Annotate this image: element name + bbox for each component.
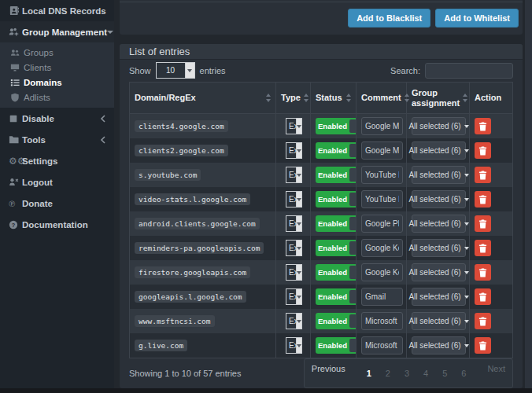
status-toggle[interactable]: Enabled xyxy=(316,215,357,232)
add-to-blacklist-button[interactable]: Add to Blacklist xyxy=(348,9,430,28)
table-row: clients2.google.com Exa Enabled All sele… xyxy=(130,138,512,163)
sidebar-item-groups[interactable]: Groups xyxy=(0,45,114,60)
type-select[interactable]: Exa xyxy=(286,288,302,305)
comment-input[interactable] xyxy=(361,336,403,354)
delete-button[interactable] xyxy=(475,313,491,329)
page-button-3[interactable]: 3 xyxy=(397,364,416,383)
select-arrow-icon xyxy=(296,289,301,304)
status-toggle[interactable]: Enabled xyxy=(316,313,357,329)
table-header-row: Domain/RegEx Type Status Comment Group a… xyxy=(130,83,512,114)
group-select[interactable]: All selected (6) xyxy=(412,312,466,330)
comment-input[interactable] xyxy=(361,166,403,184)
previous-page-button[interactable]: Previous xyxy=(305,359,353,387)
status-toggle[interactable]: Enabled xyxy=(316,337,357,354)
page-button-1[interactable]: 1 xyxy=(360,364,379,383)
sidebar-item-settings[interactable]: ⚙⚙ Settings xyxy=(0,150,114,171)
comment-input[interactable] xyxy=(361,141,403,160)
user-logout-icon xyxy=(9,177,22,187)
column-header-status[interactable]: Status xyxy=(311,83,357,113)
scrollbar[interactable] xyxy=(525,0,532,388)
sidebar-item-disable[interactable]: Disable xyxy=(0,108,114,129)
sidebar-item-logout[interactable]: Logout xyxy=(0,171,114,193)
sidebar-item-domains[interactable]: Domains xyxy=(0,75,114,90)
add-to-whitelist-button[interactable]: Add to Whitelist xyxy=(435,9,519,28)
comment-input[interactable] xyxy=(361,190,403,208)
delete-button[interactable] xyxy=(475,288,491,305)
page-button-6[interactable]: 6 xyxy=(454,364,473,383)
status-toggle[interactable]: Enabled xyxy=(316,288,357,305)
search-input[interactable] xyxy=(425,63,513,79)
sidebar-item-donate[interactable]: ℗ Donate xyxy=(0,193,114,214)
column-header-type[interactable]: Type xyxy=(276,83,311,113)
comment-input[interactable] xyxy=(361,239,403,257)
caret-down-icon xyxy=(464,222,469,226)
group-select[interactable]: All selected (6) xyxy=(412,336,466,354)
status-toggle[interactable]: Enabled xyxy=(316,167,357,183)
type-select[interactable]: Exa xyxy=(286,167,302,183)
group-label: All selected (6) xyxy=(408,219,460,228)
sort-icon xyxy=(345,94,352,102)
comment-input[interactable] xyxy=(361,215,403,233)
delete-button[interactable] xyxy=(475,167,491,183)
status-toggle[interactable]: Enabled xyxy=(316,191,357,208)
sidebar-item-group-management[interactable]: Group Management xyxy=(0,21,114,42)
sidebar-item-local-dns-records[interactable]: Local DNS Records xyxy=(0,0,114,21)
sidebar-item-label: Domains xyxy=(24,78,62,87)
sidebar-item-documentation[interactable]: ? Documentation xyxy=(0,214,114,235)
group-select[interactable]: All selected (6) xyxy=(412,141,466,160)
column-label: Domain/RegEx xyxy=(135,93,196,103)
delete-button[interactable] xyxy=(475,215,491,232)
group-select[interactable]: All selected (6) xyxy=(412,117,466,135)
select-arrow-icon xyxy=(296,143,301,158)
status-toggle[interactable]: Enabled xyxy=(316,240,357,256)
page-length-select[interactable]: 10 xyxy=(156,62,195,79)
type-select[interactable]: Exa xyxy=(286,118,302,134)
comment-input[interactable] xyxy=(361,288,403,306)
delete-button[interactable] xyxy=(475,337,491,354)
type-select[interactable]: Exa xyxy=(286,191,302,208)
delete-button[interactable] xyxy=(475,142,491,159)
page-button-2[interactable]: 2 xyxy=(379,364,397,383)
group-select[interactable]: All selected (6) xyxy=(412,263,466,281)
chevron-left-icon xyxy=(100,136,106,144)
type-select[interactable]: Exa xyxy=(286,142,302,159)
sidebar-item-tools[interactable]: Tools xyxy=(0,129,114,150)
type-select[interactable]: Exa xyxy=(286,264,302,281)
type-select[interactable]: Exa xyxy=(286,240,302,256)
next-page-button[interactable]: Next xyxy=(480,359,512,387)
toggle-knob xyxy=(349,193,357,206)
pagination-pages: 123456 xyxy=(353,359,481,387)
sidebar-item-adlists[interactable]: Adlists xyxy=(0,90,114,105)
delete-button[interactable] xyxy=(475,264,491,281)
group-label: All selected (6) xyxy=(408,268,460,277)
comment-input[interactable] xyxy=(361,117,403,135)
type-select[interactable]: Exa xyxy=(286,215,302,232)
group-select[interactable]: All selected (6) xyxy=(412,166,466,184)
page-button-5[interactable]: 5 xyxy=(435,364,454,383)
type-select[interactable]: Exa xyxy=(286,313,302,329)
delete-button[interactable] xyxy=(475,191,491,208)
group-label: All selected (6) xyxy=(408,146,460,155)
status-toggle[interactable]: Enabled xyxy=(316,118,357,134)
domain-code: googleapis.l.google.com xyxy=(135,291,246,303)
delete-button[interactable] xyxy=(475,118,491,134)
group-select[interactable]: All selected (6) xyxy=(412,215,466,233)
column-header-group-assignment[interactable]: Group assignment xyxy=(407,83,470,113)
status-toggle[interactable]: Enabled xyxy=(316,264,357,281)
status-label: Enabled xyxy=(316,337,349,354)
column-header-comment[interactable]: Comment xyxy=(357,83,407,113)
group-select[interactable]: All selected (6) xyxy=(412,239,466,257)
column-header-domain[interactable]: Domain/RegEx xyxy=(130,83,276,113)
status-toggle[interactable]: Enabled xyxy=(316,142,357,159)
delete-button[interactable] xyxy=(475,240,491,256)
group-label: All selected (6) xyxy=(408,341,460,350)
sidebar-item-clients[interactable]: Clients xyxy=(0,60,114,75)
comment-input[interactable] xyxy=(361,263,403,281)
group-label: All selected (6) xyxy=(408,317,460,325)
group-select[interactable]: All selected (6) xyxy=(412,190,466,208)
group-select[interactable]: All selected (6) xyxy=(412,288,466,306)
comment-input[interactable] xyxy=(361,312,403,330)
type-select[interactable]: Exa xyxy=(286,337,302,354)
select-arrow-icon xyxy=(296,265,301,280)
page-button-4[interactable]: 4 xyxy=(416,364,435,383)
